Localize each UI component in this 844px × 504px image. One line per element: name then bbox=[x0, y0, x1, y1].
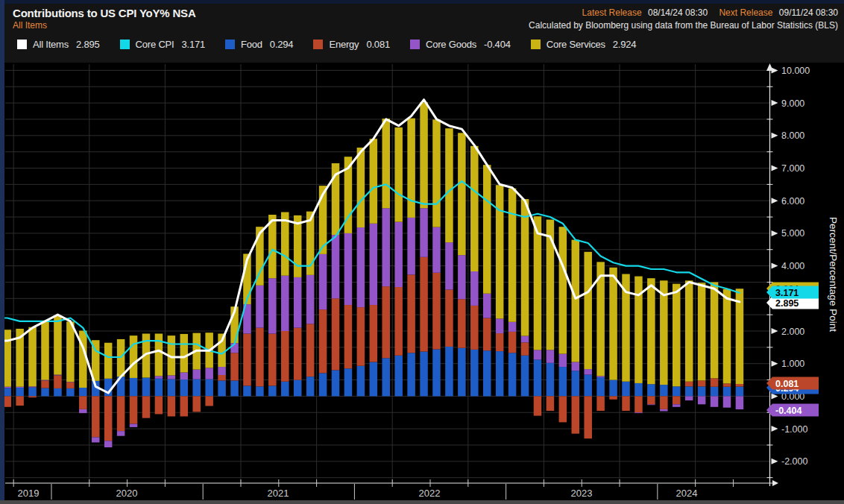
legend-item-food[interactable]: Food0.294 bbox=[225, 39, 293, 50]
release-info: Latest Release 08/14/24 08:30 Next Relea… bbox=[529, 7, 838, 19]
y-tick-arrow-icon bbox=[772, 426, 778, 432]
y-tick-label: 4.000 bbox=[781, 261, 804, 271]
header: Contributions to US CPI YoY% NSA All Ite… bbox=[4, 4, 844, 32]
y-tick-arrow-icon bbox=[772, 198, 778, 204]
legend-value: 2.895 bbox=[76, 39, 100, 50]
latest-release-value: 08/14/24 08:30 bbox=[648, 7, 708, 18]
x-axis: 201920202021202220232024 bbox=[5, 479, 778, 500]
y-tick-label: 10.000 bbox=[781, 66, 810, 76]
page-title: Contributions to US CPI YoY% NSA bbox=[13, 7, 196, 19]
x-year-label-2024: 2024 bbox=[676, 488, 698, 499]
svg-text:2.895: 2.895 bbox=[775, 298, 799, 309]
y-tick-label: -1.000 bbox=[781, 424, 807, 435]
y-tick-arrow-icon bbox=[772, 67, 778, 73]
x-year-label-2020: 2020 bbox=[116, 488, 138, 499]
core-services-swatch-icon bbox=[531, 40, 541, 49]
legend-item-energy[interactable]: Energy0.081 bbox=[313, 39, 390, 50]
y-tick-arrow-icon bbox=[772, 230, 778, 236]
y-tick-label: 6.000 bbox=[781, 196, 804, 207]
v-gridlines bbox=[13, 64, 695, 483]
legend-label: Core CPI bbox=[136, 39, 174, 50]
svg-text:0.081: 0.081 bbox=[775, 379, 799, 389]
y-tick-label: 9.000 bbox=[781, 98, 804, 109]
legend-value: 0.294 bbox=[270, 39, 294, 50]
latest-release-label: Latest Release bbox=[582, 7, 642, 18]
legend-label: Core Services bbox=[547, 39, 605, 50]
y-tick-arrow-icon bbox=[772, 393, 778, 399]
y-tick-label: 5.000 bbox=[781, 228, 804, 239]
badge-core-cpi-last: 3.171 bbox=[766, 286, 819, 299]
svg-text:-0.404: -0.404 bbox=[775, 406, 802, 416]
all-items-swatch-icon bbox=[17, 40, 27, 49]
window-border-left bbox=[0, 0, 4, 504]
legend-value: 0.081 bbox=[366, 39, 390, 50]
x-axis-arrow-icon bbox=[772, 480, 778, 486]
svg-text:3.171: 3.171 bbox=[775, 288, 799, 298]
y-tick-label: 7.000 bbox=[781, 163, 804, 174]
x-year-label-2023: 2023 bbox=[571, 488, 593, 499]
food-swatch-icon bbox=[225, 40, 235, 49]
legend-label: Core Goods bbox=[426, 39, 476, 50]
x-year-label-2022: 2022 bbox=[419, 488, 441, 499]
legend-value: 3.171 bbox=[181, 39, 205, 50]
legend: All Items2.895Core CPI3.171Food0.294Ener… bbox=[4, 32, 844, 50]
y-tick-label: 8.000 bbox=[781, 130, 804, 141]
y-tick-label: 1.000 bbox=[781, 359, 804, 369]
data-attribution: Calculated by Bloomberg using data from … bbox=[529, 19, 838, 32]
core-goods-swatch-icon bbox=[410, 40, 420, 49]
window-border-bottom bbox=[0, 500, 844, 504]
y-tick-label: 2.000 bbox=[781, 327, 804, 337]
y-axis: 10.0009.0008.0007.0006.0005.0004.0003.00… bbox=[766, 63, 810, 486]
next-release-label: Next Release bbox=[719, 7, 772, 18]
next-release-value: 09/11/24 08:30 bbox=[779, 7, 838, 18]
cpi-contributions-chart: 20192020202120222023202410.0009.0008.000… bbox=[0, 0, 844, 504]
chart-header-panel: Contributions to US CPI YoY% NSA All Ite… bbox=[4, 4, 844, 63]
legend-label: All Items bbox=[33, 39, 69, 50]
page-subtitle: All Items bbox=[13, 20, 196, 31]
legend-item-all-items[interactable]: All Items2.895 bbox=[17, 39, 100, 50]
legend-item-core-cpi[interactable]: Core CPI3.171 bbox=[120, 39, 205, 50]
x-year-label-2019: 2019 bbox=[18, 488, 40, 499]
y-tick-arrow-icon bbox=[772, 459, 778, 464]
legend-item-core-services[interactable]: Core Services2.924 bbox=[531, 39, 637, 50]
y-tick-arrow-icon bbox=[772, 166, 778, 171]
badge-core-goods-last: -0.404 bbox=[766, 404, 819, 417]
y-tick-label: -2.000 bbox=[781, 456, 807, 467]
legend-value: 2.924 bbox=[613, 39, 637, 50]
y-tick-arrow-icon bbox=[772, 100, 778, 106]
legend-item-core-goods[interactable]: Core Goods-0.404 bbox=[410, 39, 511, 50]
y-tick-arrow-icon bbox=[772, 133, 778, 139]
energy-swatch-icon bbox=[313, 40, 323, 49]
legend-value: -0.404 bbox=[484, 39, 511, 50]
y-tick-arrow-icon bbox=[772, 328, 778, 334]
core-cpi-swatch-icon bbox=[120, 40, 130, 49]
legend-label: Food bbox=[241, 39, 262, 50]
window-border-top bbox=[0, 0, 844, 4]
badge-energy-last: 0.081 bbox=[766, 377, 819, 390]
y-tick-arrow-icon bbox=[772, 263, 778, 269]
y-tick-arrow-icon bbox=[772, 361, 778, 367]
x-year-label-2021: 2021 bbox=[268, 488, 289, 499]
legend-label: Energy bbox=[329, 39, 359, 50]
y-axis-title: Percent/Percentage Point bbox=[828, 217, 839, 332]
